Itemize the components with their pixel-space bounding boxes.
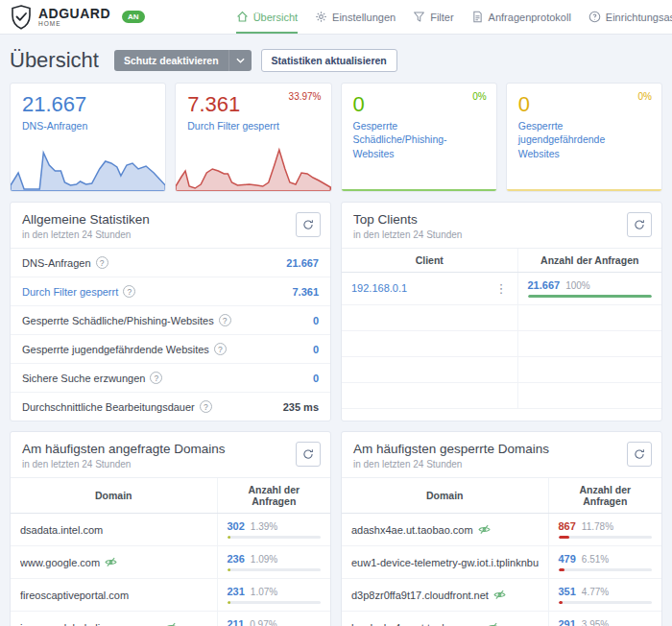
stat-row: Durchschnittliche Bearbeitungsdauer? 235… <box>11 393 330 421</box>
refresh-button[interactable] <box>296 212 321 237</box>
stat-label: Gesperrte Schädliche/Phishing-Websites <box>22 315 214 326</box>
help-icon[interactable]: ? <box>96 256 108 269</box>
stat-label: Durchschnittliche Bearbeitungsdauer <box>22 401 195 413</box>
disable-protection-dropdown[interactable] <box>228 50 252 71</box>
gear-icon <box>315 11 327 23</box>
domain-name: d3p8zr0ffa9t17.cloudfront.net <box>351 590 489 601</box>
tracker-eye-off-icon <box>165 622 178 626</box>
nav-item-filters[interactable]: Filter <box>413 0 453 34</box>
stat-label-link[interactable]: Durch Filter gesperrt <box>22 286 118 298</box>
domain-percent: 0.97% <box>250 619 276 626</box>
blocked-sparkline <box>176 141 330 191</box>
domain-row: dsadata.intel.com 3021.39% <box>11 514 330 546</box>
top-queried-domains-panel: Am häufigsten angefragte Domains in den … <box>10 431 331 626</box>
panel-title: Top Clients <box>353 212 650 227</box>
client-ip-link[interactable]: 192.168.0.1 <box>351 282 407 294</box>
domain-row: d3p8zr0ffa9t17.cloudfront.net 3514.77% <box>342 579 661 612</box>
stat-row: DNS-Anfragen? 21.667 <box>11 249 330 277</box>
refresh-icon <box>634 219 645 230</box>
panel-title: Am häufigsten angefragte Domains <box>22 442 319 456</box>
domain-name: euw1-device-telemetry-gw.iot.i.tplinknbu… <box>351 557 539 568</box>
nav-label: Anfragenprotokoll <box>489 12 571 23</box>
domain-row: adashx4ae.ut.taobao.com 86711.78% <box>342 514 661 546</box>
refresh-button[interactable] <box>627 212 652 237</box>
card-value: 7.361 <box>187 93 319 116</box>
empty-client-row <box>342 331 661 357</box>
col-header-domain: Domain <box>342 478 548 514</box>
dns-queries-sparkline <box>11 141 165 191</box>
empty-client-row <box>342 383 661 409</box>
stat-value: 21.667 <box>286 257 319 269</box>
document-icon <box>471 11 484 23</box>
stat-value: 0 <box>313 373 319 384</box>
domain-name: adashx4ae.ut.taobao.com <box>351 524 473 536</box>
client-menu-icon[interactable]: ⋮ <box>495 282 508 295</box>
card-label[interactable]: Durch Filter gesperrt <box>187 119 319 132</box>
general-stats-panel: Allgemeine Statistiken in den letzten 24… <box>10 202 331 421</box>
help-icon[interactable]: ? <box>123 285 135 298</box>
refresh-icon <box>302 448 314 460</box>
stat-value: 7.361 <box>292 286 319 298</box>
panel-subtitle: in den letzten 24 Stunden <box>22 459 319 470</box>
domain-row: jm-msg-global.aliexpress.com 2110.97% <box>11 612 330 626</box>
domain-bar <box>559 568 653 571</box>
refresh-button[interactable] <box>296 442 321 467</box>
domain-percent: 6.51% <box>582 554 609 565</box>
domain-row: h-adashx4ae.ut.taobao.com 2913.95% <box>342 612 661 626</box>
domain-count: 236 <box>228 553 245 565</box>
client-percent: 100% <box>565 280 590 291</box>
domain-percent: 1.07% <box>251 587 277 597</box>
help-icon[interactable]: ? <box>219 314 231 326</box>
panel-title: Allgemeine Statistiken <box>22 212 319 227</box>
domain-percent: 4.77% <box>582 587 609 597</box>
domain-bar <box>559 536 653 539</box>
refresh-statistics-button[interactable]: Statistiken aktualisieren <box>261 49 397 72</box>
help-icon[interactable]: ? <box>214 343 227 355</box>
top-clients-panel: Top Clients in den letzten 24 Stunden Cl… <box>341 202 662 421</box>
card-label[interactable]: Gesperrte jugendgefährdende Websites <box>518 119 650 160</box>
help-icon[interactable]: ? <box>150 372 162 384</box>
nav-item-dashboard[interactable]: Übersicht <box>236 0 298 34</box>
domain-percent: 11.78% <box>582 521 613 532</box>
card-value: 0 <box>518 93 650 116</box>
nav-label: Einrichtungsassistent <box>606 12 672 23</box>
tracker-eye-off-icon <box>493 590 506 600</box>
col-header-count: Anzahl der Anfragen <box>517 249 661 273</box>
col-header-count: Anzahl der Anfragen <box>548 478 661 514</box>
tracker-eye-off-icon <box>487 622 499 626</box>
nav-label: Übersicht <box>253 12 298 23</box>
page-header: Übersicht Schutz deaktivieren Statistike… <box>10 48 662 73</box>
logo-subtitle: HOME <box>38 21 110 28</box>
home-icon <box>236 11 249 23</box>
card-label[interactable]: Gesperrte Schädliche/Phishing-Websites <box>353 119 485 160</box>
domain-count: 351 <box>559 586 576 597</box>
card-label[interactable]: DNS-Anfragen <box>22 119 154 132</box>
domain-name: fireoscaptiveportal.com <box>20 590 129 601</box>
col-header-count: Anzahl der Anfragen <box>217 478 330 514</box>
panel-subtitle: in den letzten 24 Stunden <box>22 229 319 240</box>
stat-label: Sichere Suche erzwungen <box>22 373 145 384</box>
nav-item-query-log[interactable]: Anfragenprotokoll <box>471 0 571 34</box>
nav-item-settings[interactable]: Einstellungen <box>315 0 396 34</box>
nav-label: Filter <box>430 12 453 23</box>
filter-funnel-icon <box>413 11 425 23</box>
domain-percent: 1.39% <box>251 521 277 532</box>
nav-label: Einstellungen <box>332 12 396 23</box>
col-header-domain: Domain <box>11 478 217 514</box>
help-icon[interactable]: ? <box>200 400 212 413</box>
protection-status-badge: AN <box>122 11 145 23</box>
top-navbar: ADGUARD HOME AN Übersicht Einstellungen … <box>0 0 672 35</box>
logo-title: ADGUARD <box>38 7 110 20</box>
domain-count: 867 <box>559 520 576 532</box>
disable-protection-button[interactable]: Schutz deaktivieren <box>114 50 228 71</box>
stat-label: DNS-Anfragen <box>22 257 91 269</box>
stat-row: Sichere Suche erzwungen? 0 <box>11 364 330 393</box>
card-value: 21.667 <box>22 93 154 116</box>
refresh-button[interactable] <box>627 442 652 467</box>
nav-item-setup-guide[interactable]: Einrichtungsassistent <box>588 0 672 34</box>
refresh-icon <box>302 219 314 230</box>
domain-row: fireoscaptiveportal.com 2311.07% <box>11 579 330 612</box>
domain-count: 211 <box>228 618 245 626</box>
stat-value: 0 <box>313 344 319 355</box>
col-header-client: Client <box>342 249 517 273</box>
